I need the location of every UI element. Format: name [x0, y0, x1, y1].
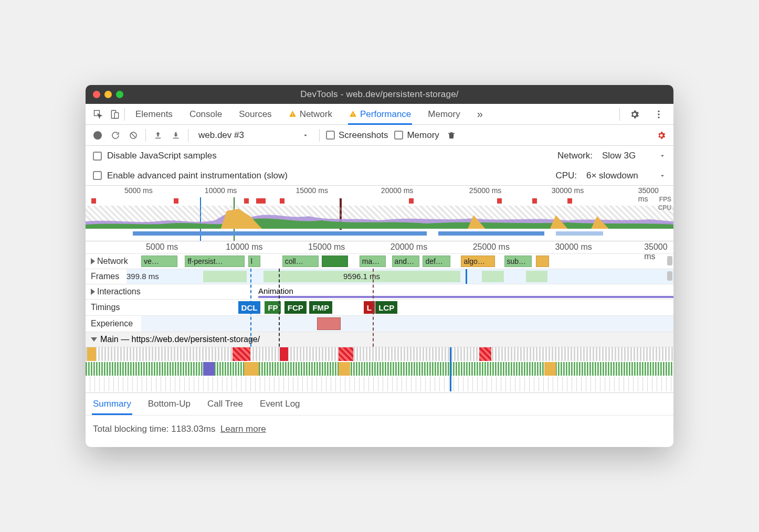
settings-icon[interactable]	[627, 107, 642, 122]
svg-rect-4	[292, 115, 293, 116]
track-main-header[interactable]: Main — https://web.dev/persistent-storag…	[86, 332, 673, 347]
timing-badge-fmp[interactable]: FMP	[309, 301, 332, 314]
panel-tabs: Elements Console Sources Network Perform…	[134, 104, 484, 124]
detail-ruler[interactable]: 5000 ms 10000 ms 15000 ms 20000 ms 25000…	[86, 241, 673, 254]
window-title: DevTools - web.dev/persistent-storage/	[86, 89, 673, 100]
main-flame-chart[interactable]	[86, 347, 673, 392]
separator	[145, 129, 146, 142]
reload-button[interactable]	[110, 130, 121, 141]
record-button[interactable]	[92, 130, 103, 141]
network-request-bar[interactable]: algo…	[461, 256, 495, 267]
svg-rect-12	[173, 137, 179, 139]
inspect-element-icon[interactable]	[91, 107, 106, 122]
disable-js-label: Disable JavaScript samples	[107, 151, 217, 161]
track-timings[interactable]: Timings DCLFPFCPFMPLLCP	[86, 300, 673, 316]
timing-badge-lcp[interactable]: LCP	[375, 301, 397, 314]
expand-icon[interactable]	[91, 258, 95, 264]
expand-icon[interactable]	[91, 289, 95, 295]
track-experience[interactable]: Experience	[86, 316, 673, 332]
capture-settings-icon[interactable]	[656, 130, 667, 141]
svg-point-8	[658, 113, 659, 115]
window-titlebar[interactable]: DevTools - web.dev/persistent-storage/	[86, 85, 673, 104]
learn-more-link[interactable]: Learn more	[220, 424, 266, 434]
tab-console[interactable]: Console	[188, 104, 223, 124]
tab-event-log[interactable]: Event Log	[259, 393, 301, 414]
track-network[interactable]: Network ve…ff-persist…lcoll…ma…and…def…a…	[86, 254, 673, 269]
network-throttle-value[interactable]: Slow 3G	[602, 151, 649, 161]
download-icon[interactable]	[170, 130, 182, 141]
frame-duration: 399.8 ms	[126, 272, 159, 281]
svg-rect-11	[155, 137, 161, 139]
tab-performance[interactable]: Performance	[348, 104, 412, 124]
traffic-lights	[93, 91, 123, 98]
tab-elements[interactable]: Elements	[134, 104, 174, 124]
upload-icon[interactable]	[152, 130, 164, 141]
network-request-bar[interactable]	[322, 256, 349, 267]
svg-rect-3	[292, 113, 293, 115]
track-interactions[interactable]: Interactions Animation	[86, 284, 673, 300]
network-throttle-label: Network:	[557, 151, 593, 161]
memory-checkbox[interactable]: Memory	[394, 130, 439, 141]
option-row-js-samples: Disable JavaScript samples Network: Slow…	[86, 146, 673, 166]
tab-memory[interactable]: Memory	[427, 104, 461, 124]
tab-bottom-up[interactable]: Bottom-Up	[147, 393, 192, 414]
device-toolbar-icon[interactable]	[108, 107, 122, 122]
network-request-bar[interactable]: sub…	[504, 256, 532, 267]
tabs-overflow[interactable]: »	[476, 104, 484, 124]
frames-lane[interactable]: 399.8 ms 9596.1 ms	[126, 269, 673, 284]
bottom-tabstrip: Summary Bottom-Up Call Tree Event Log	[86, 392, 673, 416]
timing-badge-fcp[interactable]: FCP	[284, 301, 307, 314]
svg-rect-6	[353, 115, 353, 116]
devtools-window: DevTools - web.dev/persistent-storage/ E…	[86, 85, 673, 447]
tbt-label: Total blocking time:	[93, 424, 171, 434]
timing-badge-dcl[interactable]: DCL	[238, 301, 261, 314]
playhead-marker[interactable]	[466, 269, 467, 284]
track-frames[interactable]: Frames 399.8 ms 9596.1 ms	[86, 269, 673, 284]
clear-button[interactable]	[128, 130, 139, 141]
trash-icon[interactable]	[446, 130, 457, 141]
tab-network[interactable]: Network	[288, 104, 333, 124]
separator	[619, 108, 620, 121]
main-thread-label: Main — https://web.dev/persistent-storag…	[100, 335, 260, 344]
kebab-menu-icon[interactable]	[651, 107, 666, 122]
tab-summary[interactable]: Summary	[92, 393, 132, 414]
svg-point-9	[658, 116, 659, 118]
warning-icon	[349, 110, 357, 118]
chevron-down-icon[interactable]	[659, 152, 666, 159]
network-request-bar[interactable]	[536, 256, 549, 267]
svg-rect-5	[353, 113, 353, 115]
network-lane[interactable]: ve…ff-persist…lcoll…ma…and…def…algo…sub…	[141, 254, 673, 269]
network-request-bar[interactable]: ma…	[360, 256, 386, 267]
cpu-throttle-value[interactable]: 6× slowdown	[586, 171, 649, 181]
interaction-label: Animation	[258, 286, 293, 295]
scrollbar-thumb[interactable]	[667, 256, 672, 265]
collapse-icon[interactable]	[91, 337, 97, 342]
overview-timeline[interactable]: 5000 ms 10000 ms 15000 ms 20000 ms 25000…	[86, 186, 673, 241]
maximize-window-button[interactable]	[116, 91, 123, 98]
screenshots-checkbox[interactable]: Screenshots	[326, 130, 388, 141]
tab-sources[interactable]: Sources	[238, 104, 272, 124]
network-request-bar[interactable]: coll…	[282, 256, 319, 267]
chevron-down-icon	[302, 132, 309, 139]
network-request-bar[interactable]: def…	[423, 256, 450, 267]
network-request-bar[interactable]: and…	[392, 256, 420, 267]
network-request-bar[interactable]: ff-persist…	[185, 256, 245, 267]
separator	[124, 108, 125, 121]
layout-shift-block[interactable]	[317, 317, 341, 330]
enable-paint-checkbox[interactable]	[93, 171, 102, 180]
chevron-down-icon[interactable]	[659, 172, 666, 179]
recording-select[interactable]: web.dev #3	[195, 128, 313, 143]
close-window-button[interactable]	[93, 91, 100, 98]
svg-point-7	[658, 110, 659, 112]
minimize-window-button[interactable]	[104, 91, 112, 98]
cpu-throttle-label: CPU:	[555, 171, 577, 181]
network-request-bar[interactable]: l	[248, 256, 260, 267]
recording-name: web.dev #3	[198, 130, 244, 141]
network-request-bar[interactable]: ve…	[141, 256, 177, 267]
scrollbar-thumb[interactable]	[667, 271, 672, 281]
tab-call-tree[interactable]: Call Tree	[206, 393, 244, 414]
overview-ruler: 5000 ms 10000 ms 15000 ms 20000 ms 25000…	[86, 186, 673, 197]
main-tabstrip: Elements Console Sources Network Perform…	[86, 104, 673, 125]
timings-lane[interactable]: DCLFPFCPFMPLLCP	[141, 300, 673, 315]
disable-js-checkbox[interactable]	[93, 152, 102, 161]
